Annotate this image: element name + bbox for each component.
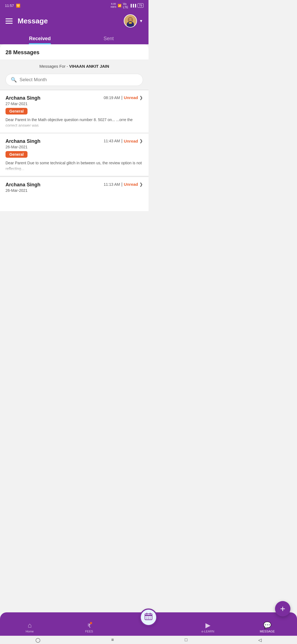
message-time: 08:19 AM: [104, 95, 120, 100]
message-date: 26-Mar-2021: [6, 188, 143, 193]
status-badge: Unread: [124, 95, 138, 100]
svg-point-8: [131, 20, 132, 20]
messages-count-bar: 28 Messages: [0, 44, 148, 59]
tab-sent[interactable]: Sent: [74, 32, 143, 44]
hamburger-line: [6, 23, 13, 24]
chevron-right-icon: ❯: [139, 182, 143, 187]
status-left: 11:57 🛜: [5, 4, 20, 8]
search-icon: 🔍: [11, 77, 17, 83]
messages-for-section: Messages For - VIHAAN ANKIT JAIN: [0, 59, 148, 72]
sender-name: Archana Singh: [6, 95, 40, 101]
chevron-right-icon: ❯: [139, 138, 143, 143]
page-title: Message: [18, 17, 48, 25]
wifi-icon: 📶: [118, 4, 122, 7]
message-tag: General: [6, 108, 28, 114]
header: Message ▼ Receiv: [0, 10, 148, 44]
avatar[interactable]: [124, 14, 137, 28]
message-preview: Dear Parent Due to some technical glitch…: [6, 160, 143, 172]
messages-count: 28 Messages: [6, 49, 39, 55]
search-bar[interactable]: 🔍: [6, 74, 143, 86]
message-time-status: 11:13 AM | Unread ❯: [104, 182, 143, 187]
avatar-image: [124, 15, 136, 27]
message-date: 26-Mar-2021: [6, 145, 143, 149]
status-badge: Unread: [124, 139, 138, 143]
svg-rect-6: [129, 23, 132, 23]
message-list: Archana Singh 08:19 AM | Unread ❯ 27-Mar…: [0, 90, 148, 211]
signal-icon: VoLTE: [123, 2, 128, 9]
message-time: 11:13 AM: [104, 182, 120, 187]
tab-received[interactable]: Received: [6, 32, 74, 44]
speed-indicator: 8.00KB/S: [111, 2, 116, 9]
hamburger-line: [6, 18, 13, 19]
header-top: Message ▼: [6, 14, 143, 28]
sender-name: Archana Singh: [6, 182, 40, 188]
chevron-right-icon: ❯: [139, 95, 143, 100]
dropdown-icon[interactable]: ▼: [139, 19, 143, 23]
table-row[interactable]: Archana Singh 11:43 AM | Unread ❯ 26-Mar…: [0, 133, 148, 176]
table-row[interactable]: Archana Singh 08:19 AM | Unread ❯ 27-Mar…: [0, 90, 148, 132]
search-bar-wrap: 🔍: [0, 72, 148, 90]
message-time-status: 08:19 AM | Unread ❯: [104, 95, 143, 100]
message-date: 27-Mar-2021: [6, 102, 143, 106]
battery-indicator: 79: [138, 3, 144, 8]
message-item-header: Archana Singh 11:43 AM | Unread ❯: [6, 138, 143, 144]
svg-point-7: [129, 20, 130, 20]
status-right: 8.00KB/S 📶 VoLTE ▐▐▐ 79: [111, 2, 144, 9]
header-left: Message: [6, 17, 48, 25]
messages-for-text: Messages For - VIHAAN ANKIT JAIN: [39, 64, 109, 69]
sender-name: Archana Singh: [6, 138, 40, 144]
status-badge: Unread: [124, 182, 138, 187]
header-right: ▼: [124, 14, 143, 28]
tabs-bar: Received Sent: [6, 32, 143, 44]
message-item-header: Archana Singh 11:13 AM | Unread ❯: [6, 182, 143, 188]
whatsapp-icon: 🛜: [16, 4, 20, 8]
message-tag: General: [6, 151, 28, 158]
message-time: 11:43 AM: [104, 139, 120, 143]
status-bar: 11:57 🛜 8.00KB/S 📶 VoLTE ▐▐▐ 79: [0, 0, 148, 10]
message-item-header: Archana Singh 08:19 AM | Unread ❯: [6, 95, 143, 101]
hamburger-button[interactable]: [6, 18, 13, 24]
hamburger-line: [6, 21, 13, 21]
status-time: 11:57: [5, 4, 14, 8]
search-input[interactable]: [20, 77, 138, 83]
message-preview: Dear Parent In the Math objective questi…: [6, 117, 143, 129]
table-row[interactable]: Archana Singh 11:13 AM | Unread ❯ 26-Mar…: [0, 177, 148, 211]
signal-bars: ▐▐▐: [130, 4, 136, 7]
message-time-status: 11:43 AM | Unread ❯: [104, 138, 143, 143]
main-content: 28 Messages Messages For - VIHAAN ANKIT …: [0, 44, 148, 211]
